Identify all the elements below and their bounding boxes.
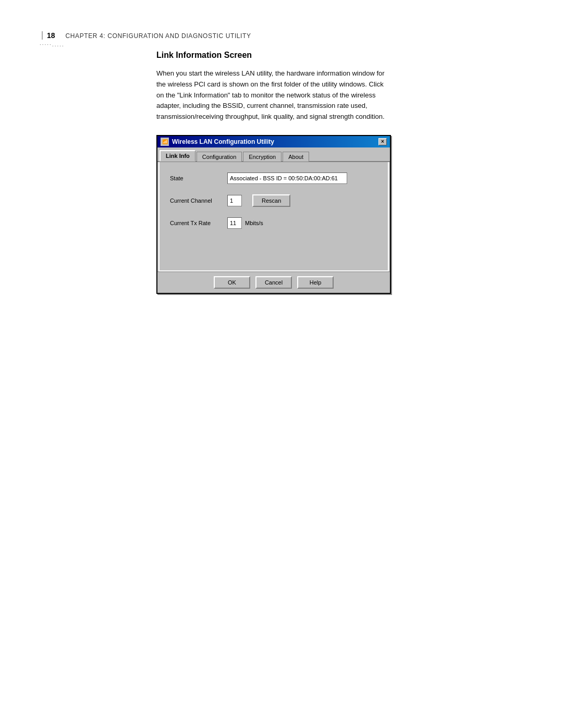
- dialog-content: State Current Channel Rescan Current Tx …: [158, 162, 389, 272]
- cancel-button[interactable]: Cancel: [255, 276, 292, 289]
- win-dialog: 📶 Wireless LAN Configuration Utility × L…: [156, 135, 391, 294]
- titlebar: 📶 Wireless LAN Configuration Utility ×: [157, 136, 390, 147]
- ok-button[interactable]: OK: [214, 276, 250, 289]
- page-number-block: 18 CHAPTER 4: CONFIGURATION AND DIAGNOST…: [42, 31, 251, 47]
- tab-about[interactable]: About: [283, 152, 309, 162]
- txrate-input[interactable]: [227, 217, 242, 229]
- chapter-title: CHAPTER 4: CONFIGURATION AND DIAGNOSTIC …: [66, 31, 251, 40]
- help-button[interactable]: Help: [297, 276, 334, 289]
- dialog-title: Wireless LAN Configuration Utility: [172, 138, 274, 145]
- tab-bar: Link Info Configuration Encryption About: [157, 147, 390, 162]
- dots-decoration: ·····.....: [35, 42, 251, 47]
- titlebar-left: 📶 Wireless LAN Configuration Utility: [161, 138, 274, 146]
- tab-link-info[interactable]: Link Info: [160, 150, 195, 162]
- rescan-button[interactable]: Rescan: [252, 194, 290, 207]
- page-header: 18 CHAPTER 4: CONFIGURATION AND DIAGNOST…: [42, 31, 521, 47]
- page-container: 18 CHAPTER 4: CONFIGURATION AND DIAGNOST…: [0, 0, 563, 728]
- button-bar: OK Cancel Help: [157, 272, 390, 293]
- body-text: When you start the wireless LAN utility,…: [156, 68, 386, 122]
- state-input[interactable]: [227, 172, 347, 184]
- txrate-row: Current Tx Rate Mbits/s: [170, 217, 377, 229]
- tab-configuration[interactable]: Configuration: [197, 152, 242, 162]
- channel-row: Current Channel Rescan: [170, 194, 377, 207]
- state-row: State: [170, 172, 377, 184]
- app-icon: 📶: [161, 138, 169, 146]
- dialog-wrapper: 📶 Wireless LAN Configuration Utility × L…: [156, 135, 391, 294]
- channel-input[interactable]: [227, 195, 242, 206]
- page-number: 18: [47, 31, 55, 40]
- section-heading: Link Information Screen: [156, 51, 521, 60]
- txrate-unit: Mbits/s: [245, 220, 263, 226]
- txrate-label: Current Tx Rate: [170, 220, 227, 226]
- state-label: State: [170, 175, 227, 181]
- channel-label: Current Channel: [170, 198, 227, 204]
- close-button[interactable]: ×: [378, 138, 387, 145]
- content-spacer: [170, 239, 377, 260]
- tab-encryption[interactable]: Encryption: [243, 152, 282, 162]
